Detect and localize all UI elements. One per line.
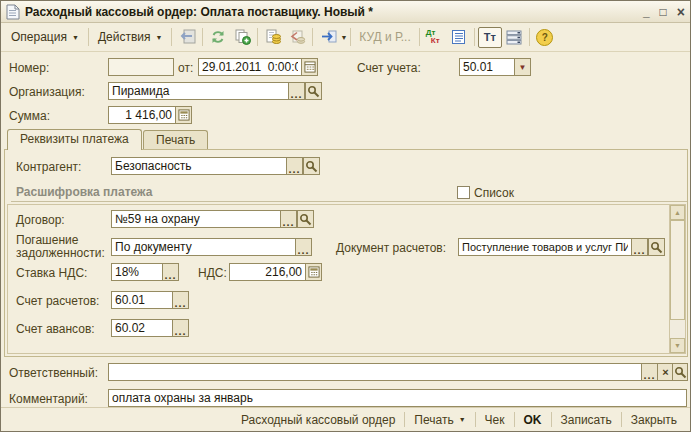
settlement-account-label: Счет расчетов: <box>16 294 99 308</box>
contractor-open-button[interactable] <box>303 157 320 175</box>
close-icon[interactable]: × <box>677 5 685 19</box>
vat-amount-label: НДС: <box>198 266 227 280</box>
responsible-label: Ответственный: <box>9 366 98 380</box>
list-checkbox[interactable] <box>457 186 470 199</box>
vat-rate-field[interactable] <box>111 263 163 281</box>
go-to-icon[interactable] <box>316 27 340 48</box>
repayment-select-button[interactable]: ... <box>295 238 312 256</box>
settlement-account-select-button[interactable]: ... <box>172 291 189 309</box>
maximize-icon[interactable]: □ <box>660 5 667 19</box>
comment-field[interactable] <box>108 389 687 407</box>
description-text-icon[interactable]: Тт <box>478 27 502 48</box>
toolbar-separator <box>350 28 351 46</box>
amount-label: Сумма: <box>9 109 50 123</box>
actions-menu-button[interactable]: Действия ▼ <box>92 27 169 47</box>
number-label: Номер: <box>9 61 49 75</box>
magnifier-icon <box>674 366 687 379</box>
toolbar-separator <box>88 28 89 46</box>
payment-breakdown-panel: ▲ ▼ <box>7 204 686 354</box>
print-button[interactable]: Печать ▼ <box>405 413 474 427</box>
kud-button[interactable]: КУД и Р... <box>354 30 415 44</box>
advance-account-select-button[interactable]: ... <box>172 319 189 337</box>
responsible-field[interactable] <box>108 363 642 381</box>
toolbar-separator <box>419 28 420 46</box>
dt-kt-glyph: ДтКт <box>426 29 444 45</box>
vat-rate-label: Ставка НДС: <box>16 266 87 280</box>
organization-open-button[interactable] <box>305 82 322 100</box>
amount-field[interactable] <box>108 106 176 124</box>
post-document-icon[interactable] <box>261 27 285 48</box>
document-journal-icon[interactable] <box>447 27 471 48</box>
contract-open-button[interactable] <box>297 210 314 228</box>
bottom-button-bar: Расходный кассовый ордер Печать ▼ Чек OK… <box>1 407 690 431</box>
contract-select-button[interactable]: ... <box>280 210 297 228</box>
operation-menu-button[interactable]: Операция ▼ <box>5 27 85 47</box>
organization-field[interactable] <box>108 82 289 100</box>
copy-document-icon[interactable] <box>230 27 254 48</box>
number-field[interactable] <box>108 58 174 76</box>
vertical-scrollbar[interactable]: ▲ ▼ <box>669 205 685 353</box>
dt-kt-postings-icon[interactable]: ДтКт <box>423 27 447 48</box>
reread-document-icon[interactable] <box>175 27 199 48</box>
chevron-down-icon: ▼ <box>155 34 162 41</box>
calendar-button[interactable] <box>301 58 318 76</box>
organization-select-button[interactable]: ... <box>288 82 305 100</box>
calculator-icon <box>308 266 320 278</box>
document-icon <box>6 4 20 20</box>
close-button[interactable]: Закрыть <box>622 413 686 427</box>
save-button[interactable]: Записать <box>552 413 621 427</box>
payment-breakdown-header: Расшифровка платежа <box>16 185 152 199</box>
section-divider <box>11 201 687 202</box>
scrollbar-thumb[interactable] <box>670 220 685 320</box>
toolbar-separator <box>529 28 530 46</box>
settlement-doc-select-button[interactable]: ... <box>631 238 648 256</box>
contractor-select-button[interactable]: ... <box>286 157 303 175</box>
responsible-select-button[interactable]: ... <box>641 363 658 381</box>
repayment-field[interactable] <box>111 238 296 256</box>
responsible-open-button[interactable] <box>672 363 688 381</box>
settlement-account-field[interactable] <box>111 291 173 309</box>
scroll-down-icon[interactable]: ▼ <box>670 338 685 353</box>
ok-button[interactable]: OK <box>515 413 551 427</box>
contract-label: Договор: <box>16 213 65 227</box>
calculator-button[interactable] <box>175 106 192 124</box>
settlement-doc-label: Документ расчетов: <box>336 241 446 255</box>
magnifier-icon <box>650 241 663 254</box>
tt-glyph: Тт <box>484 31 496 43</box>
settlement-doc-field[interactable] <box>458 238 632 256</box>
advance-account-label: Счет авансов: <box>16 322 95 336</box>
toolbar-separator <box>474 28 475 46</box>
settlement-doc-open-button[interactable] <box>648 238 665 256</box>
vat-amount-field[interactable] <box>229 263 306 281</box>
vat-rate-select-button[interactable]: ... <box>162 263 179 281</box>
account-select-value[interactable] <box>459 58 515 76</box>
structure-panel-icon[interactable] <box>502 27 526 48</box>
vat-calculator-button[interactable] <box>305 263 322 281</box>
chevron-down-icon[interactable]: ▼ <box>340 34 347 41</box>
minimize-icon[interactable]: _ <box>643 5 650 19</box>
window-title: Расходный кассовый ордер: Оплата поставщ… <box>25 5 373 19</box>
scroll-up-icon[interactable]: ▲ <box>670 205 685 220</box>
cancel-posting-icon[interactable] <box>285 27 309 48</box>
toolbar-separator <box>171 28 172 46</box>
kt-label: Кт <box>431 37 440 45</box>
toolbar-separator <box>312 28 313 46</box>
document-type-button[interactable]: Расходный кассовый ордер <box>232 413 404 427</box>
check-button[interactable]: Чек <box>476 413 514 427</box>
tab-print[interactable]: Печать <box>143 130 208 150</box>
actions-menu-label: Действия <box>98 30 151 44</box>
chevron-down-icon: ▼ <box>459 416 466 423</box>
tab-payment-details[interactable]: Реквизиты платежа <box>7 129 142 150</box>
contractor-label: Контрагент: <box>16 160 81 174</box>
contractor-field[interactable] <box>111 157 287 175</box>
magnifier-icon <box>305 160 318 173</box>
refresh-icon[interactable] <box>206 27 230 48</box>
help-icon[interactable]: ? <box>533 27 557 48</box>
contract-field[interactable] <box>111 210 281 228</box>
list-checkbox-label: Список <box>474 186 514 200</box>
account-dropdown-button[interactable]: ▼ <box>514 58 531 76</box>
magnifier-icon <box>307 85 320 98</box>
date-field[interactable] <box>198 58 302 76</box>
advance-account-field[interactable] <box>111 319 173 337</box>
operation-menu-label: Операция <box>11 30 67 44</box>
